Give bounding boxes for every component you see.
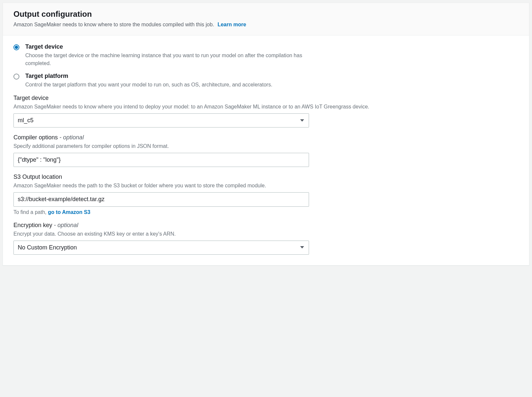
radio-title-target-platform: Target platform <box>25 73 308 80</box>
label-target-device: Target device <box>13 95 519 102</box>
go-to-s3-link[interactable]: go to Amazon S3 <box>48 209 90 215</box>
label-compiler-options: Compiler options - optional <box>13 134 519 141</box>
select-encryption-key[interactable]: No Custom Encryption <box>13 241 309 255</box>
radio-indicator[interactable] <box>13 74 19 80</box>
select-target-device[interactable]: ml_c5 <box>13 113 309 128</box>
output-configuration-panel: Output configuration Amazon SageMaker ne… <box>3 3 529 266</box>
desc-compiler-options: Specify additional parameters for compil… <box>13 142 519 150</box>
field-encryption-key: Encryption key - optional Encrypt your d… <box>13 222 519 255</box>
panel-header: Output configuration Amazon SageMaker ne… <box>3 3 529 35</box>
learn-more-link[interactable]: Learn more <box>217 22 246 27</box>
radio-option-target-platform[interactable]: Target platform Control the target platf… <box>13 73 519 89</box>
radio-desc-target-platform: Control the target platform that you wan… <box>25 81 308 89</box>
field-target-device: Target device Amazon SageMaker needs to … <box>13 95 519 128</box>
radio-title-target-device: Target device <box>25 43 308 50</box>
input-s3-output[interactable] <box>13 192 309 206</box>
panel-title: Output configuration <box>13 10 519 19</box>
label-encryption-key: Encryption key - optional <box>13 222 519 229</box>
radio-option-target-device[interactable]: Target device Choose the target device o… <box>13 43 519 67</box>
input-compiler-options[interactable] <box>13 153 309 167</box>
panel-subtitle: Amazon SageMaker needs to know where to … <box>13 21 519 29</box>
target-selection-radio-group: Target device Choose the target device o… <box>13 43 519 89</box>
label-s3-output: S3 Output location <box>13 174 519 180</box>
desc-target-device: Amazon SageMaker needs to know where you… <box>13 103 519 111</box>
desc-encryption-key: Encrypt your data. Choose an existing KM… <box>13 230 519 238</box>
radio-desc-target-device: Choose the target device or the machine … <box>25 52 308 67</box>
radio-indicator[interactable] <box>13 44 19 50</box>
desc-s3-output: Amazon SageMaker needs the path to the S… <box>13 182 519 190</box>
field-s3-output: S3 Output location Amazon SageMaker need… <box>13 174 519 215</box>
panel-body: Target device Choose the target device o… <box>3 35 529 265</box>
helper-s3-output: To find a path, go to Amazon S3 <box>13 209 519 215</box>
field-compiler-options: Compiler options - optional Specify addi… <box>13 134 519 167</box>
